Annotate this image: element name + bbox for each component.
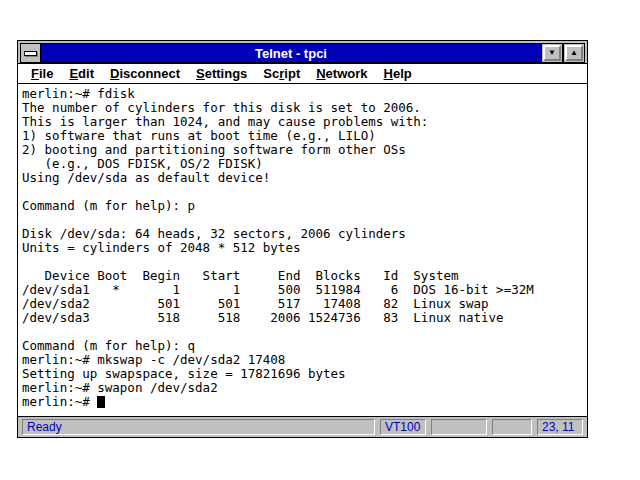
terminal-line: The number of cylinders for this disk is… <box>22 101 587 115</box>
terminal-line <box>22 255 587 269</box>
status-panel-status-empty-1 <box>431 419 487 435</box>
terminal-line: 1) software that runs at boot time (e.g.… <box>22 129 587 143</box>
terminal-line: /dev/sda2 501 501 517 17408 82 Linux swa… <box>22 297 587 311</box>
terminal-line: This is larger than 1024, and may cause … <box>22 115 587 129</box>
menu-item-script[interactable]: Script <box>255 64 308 83</box>
terminal-line: Units = cylinders of 2048 * 512 bytes <box>22 241 587 255</box>
terminal-line: Command (m for help): p <box>22 199 587 213</box>
terminal-line: Command (m for help): q <box>22 339 587 353</box>
status-panel-status-empty-2 <box>492 419 532 435</box>
terminal-line: Setting up swapspace, size = 17821696 by… <box>22 367 587 381</box>
terminal-cursor <box>97 396 105 408</box>
menu-item-edit[interactable]: Edit <box>61 64 102 83</box>
status-bar: ReadyVT10023, 11 <box>18 416 587 437</box>
terminal-line <box>22 325 587 339</box>
minimize-button[interactable]: ▼ <box>541 43 563 63</box>
terminal-line: Using /dev/sda as default device! <box>22 171 587 185</box>
terminal-line: (e.g., DOS FDISK, OS/2 FDISK) <box>22 157 587 171</box>
terminal-line: merlin:~# <box>22 395 587 409</box>
terminal-line: merlin:~# fdisk <box>22 87 587 101</box>
terminal-line: /dev/sda3 518 518 2006 1524736 83 Linux … <box>22 311 587 325</box>
system-menu-button[interactable] <box>20 43 41 63</box>
terminal-line: 2) booting and partitioning software for… <box>22 143 587 157</box>
terminal-line: Device Boot Begin Start End Blocks Id Sy… <box>22 269 587 283</box>
menu-item-settings[interactable]: Settings <box>188 64 255 83</box>
terminal-line: merlin:~# mkswap -c /dev/sda2 17408 <box>22 353 587 367</box>
title-bar: Telnet - tpci ▼ ▲ <box>18 41 587 63</box>
status-panel-terminal-emulation: VT100 <box>380 419 426 435</box>
terminal-line <box>22 185 587 199</box>
terminal-line: merlin:~# swapon /dev/sda2 <box>22 381 587 395</box>
status-panel-status-message: Ready <box>22 419 375 435</box>
minimize-arrow-icon: ▼ <box>543 45 561 61</box>
maximize-button[interactable]: ▲ <box>563 43 585 63</box>
menu-item-file[interactable]: File <box>23 64 61 83</box>
terminal-screen[interactable]: merlin:~# fdiskThe number of cylinders f… <box>18 84 587 416</box>
terminal-line <box>22 213 587 227</box>
maximize-arrow-icon: ▲ <box>565 45 583 61</box>
terminal-line: /dev/sda1 * 1 1 500 511984 6 DOS 16-bit … <box>22 283 587 297</box>
system-menu-icon <box>24 51 37 56</box>
menu-item-network[interactable]: Network <box>308 64 375 83</box>
window-title: Telnet - tpci <box>41 43 541 63</box>
telnet-window: Telnet - tpci ▼ ▲ FileEditDisconnectSett… <box>17 40 588 438</box>
menu-bar: FileEditDisconnectSettingsScriptNetworkH… <box>18 63 587 84</box>
menu-item-help[interactable]: Help <box>376 64 420 83</box>
menu-item-disconnect[interactable]: Disconnect <box>102 64 188 83</box>
terminal-line: Disk /dev/sda: 64 heads, 32 sectors, 200… <box>22 227 587 241</box>
status-panel-cursor-position: 23, 11 <box>537 419 583 435</box>
